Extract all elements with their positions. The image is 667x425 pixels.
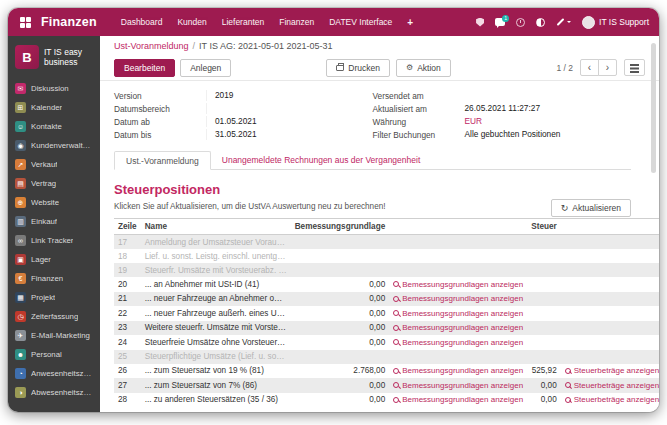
version-field[interactable]: 2019: [206, 90, 373, 101]
contrast-mode-icon[interactable]: [536, 18, 545, 27]
purchase-icon: ▥: [15, 216, 26, 227]
col-header-zeile[interactable]: Zeile: [114, 219, 141, 235]
tab-unangemeldete-rechnungen[interactable]: Unangemeldete Rechnungen aus der Vergang…: [211, 151, 431, 169]
vertical-scrollbar[interactable]: [651, 43, 656, 173]
control-panel: Bearbeiten Anlegen Drucken ⚙Aktion 1 / 2…: [100, 55, 659, 81]
magnifier-icon: [565, 368, 571, 374]
table-row[interactable]: 22... neuer Fahrzeuge außerh. eines Unte…: [114, 306, 659, 321]
refresh-button[interactable]: ↻Aktualisieren: [551, 199, 631, 217]
pager-count: 1 / 2: [556, 63, 573, 73]
table-row[interactable]: 27... zum Steuersatz von 7% (86)0,00Beme…: [114, 378, 659, 393]
show-base-amounts-link[interactable]: Bemessungsgrundlagen anzeigen: [393, 323, 523, 332]
chat-icon: ✉: [15, 83, 26, 94]
top-menu: Dashboard Kunden Lieferanten Finanzen DA…: [121, 17, 413, 28]
table-row[interactable]: 18Lief. u. sonst. Leistg. einschl. unent…: [114, 249, 659, 263]
sidebar-item-email-marketing[interactable]: ✈E-Mail-Marketing: [8, 326, 100, 345]
sidebar-item-zeiterfassung[interactable]: ◷Zeiterfassung: [8, 307, 100, 326]
menu-item-dashboard[interactable]: Dashboard: [121, 17, 163, 27]
project-icon: ▦: [15, 292, 26, 303]
sidebar-item-einkauf[interactable]: ▥Einkauf: [8, 212, 100, 231]
apps-grid-icon[interactable]: [20, 17, 31, 28]
table-row[interactable]: 21... neuer Fahrzeuge an Abnehmer ohne U…: [114, 292, 659, 307]
show-base-amounts-link[interactable]: Bemessungsgrundlagen anzeigen: [393, 395, 523, 404]
current-app-title[interactable]: Finanzen: [41, 15, 97, 29]
action-button[interactable]: ⚙Aktion: [396, 59, 451, 77]
print-button[interactable]: Drucken: [326, 59, 390, 77]
datumsbereich-field[interactable]: [206, 103, 373, 114]
table-row[interactable]: 25Steuerpflichtige Umsätze (Lief. u. son…: [114, 350, 659, 364]
sidebar-item-website[interactable]: ⊕Website: [8, 193, 100, 212]
menu-item-kunden[interactable]: Kunden: [177, 17, 206, 27]
datum-bis-field[interactable]: 31.05.2021: [206, 129, 373, 140]
pager-next-button[interactable]: ›: [598, 59, 617, 76]
show-base-amounts-link[interactable]: Bemessungsgrundlagen anzeigen: [393, 309, 523, 318]
refresh-icon: ↻: [561, 204, 569, 213]
pager-prev-button[interactable]: ‹: [580, 59, 599, 76]
menu-item-datev-interface[interactable]: DATEV Interface: [329, 17, 392, 27]
sidebar-item-kontakte[interactable]: ☺Kontakte: [8, 117, 100, 136]
versendet-am-field[interactable]: [465, 90, 632, 101]
brand[interactable]: B IT IS easy business: [8, 36, 100, 77]
sidebar-item-kalender[interactable]: ⊞Kalender: [8, 98, 100, 117]
sidebar-item-finanzen[interactable]: €Finanzen: [8, 269, 100, 288]
sales-icon: ↗: [15, 159, 26, 170]
edit-button[interactable]: Bearbeiten: [114, 59, 175, 77]
datum-ab-field[interactable]: 01.05.2021: [206, 116, 373, 127]
sidebar-item-anwesenheitszeiten[interactable]: ◔Anwesenheitszeiten: [8, 364, 100, 383]
magnifier-icon: [393, 368, 399, 374]
show-tax-amounts-link[interactable]: Steuerbeträge anzeigen: [565, 381, 659, 390]
magnifier-icon: [393, 397, 399, 403]
show-base-amounts-link[interactable]: Bemessungsgrundlagen anzeigen: [393, 381, 523, 390]
breadcrumb-separator: /: [193, 41, 196, 51]
table-row[interactable]: 17Anmeldung der Umsatzsteuer Vorauszahlu…: [114, 235, 659, 250]
aktualisiert-am-field[interactable]: 26.05.2021 11:27:27: [465, 103, 632, 114]
magnifier-icon: [393, 382, 399, 388]
shield-icon[interactable]: [476, 18, 484, 27]
breadcrumb-parent-link[interactable]: Ust-Voranmeldung: [114, 41, 189, 51]
table-row[interactable]: 26... zum Steuersatz von 19 % (81)2.768,…: [114, 364, 659, 379]
tab-ust-voranmeldung[interactable]: Ust.-Voranmeldung: [114, 151, 211, 170]
edit-tools-dropdown[interactable]: [556, 19, 571, 25]
user-menu[interactable]: IT IS Support: [582, 16, 649, 29]
form-left-group: Version2019 Datumsbereich Datum ab01.05.…: [114, 89, 373, 141]
breadcrumb: Ust-Voranmeldung / IT IS AG: 2021-05-01 …: [100, 36, 659, 55]
sidebar-item-projekt[interactable]: ▦Projekt: [8, 288, 100, 307]
menu-item-add[interactable]: +: [407, 17, 413, 28]
menu-item-lieferanten[interactable]: Lieferanten: [222, 17, 265, 27]
hr-icon: ☻: [15, 349, 26, 360]
field-label: Währung: [373, 117, 465, 127]
systray: 1 IT IS Support: [476, 16, 649, 29]
sidebar-item-abwesenheitszeiten[interactable]: ◑Abwesenheitszeiten: [8, 383, 100, 402]
filter-buchungen-field[interactable]: Alle gebuchten Positionen: [465, 129, 632, 140]
sidebar-item-verkauf[interactable]: ↗Verkauf: [8, 155, 100, 174]
activities-clock-icon[interactable]: [516, 18, 525, 27]
messages-icon[interactable]: 1: [495, 18, 505, 26]
sidebar-item-diskussion[interactable]: ✉Diskussion: [8, 79, 100, 98]
show-base-amounts-link[interactable]: Bemessungsgrundlagen anzeigen: [393, 294, 523, 303]
show-base-amounts-link[interactable]: Bemessungsgrundlagen anzeigen: [393, 366, 523, 375]
col-header-bemessungsgrundlage[interactable]: Bemessungsgrundlage: [291, 219, 390, 235]
table-row[interactable]: 23Weitere steuerfr. Umsätze mit Vorsteue…: [114, 321, 659, 336]
sidebar-item-vertrag[interactable]: ▤Vertrag: [8, 174, 100, 193]
show-tax-amounts-link[interactable]: Steuerbeträge anzeigen: [565, 366, 659, 375]
col-header-name[interactable]: Name: [141, 219, 291, 235]
section-title: Steuerpositionen: [114, 182, 386, 197]
create-button[interactable]: Anlegen: [180, 59, 231, 77]
show-base-amounts-link[interactable]: Bemessungsgrundlagen anzeigen: [393, 280, 523, 289]
field-label: Filter Buchungen: [373, 130, 465, 140]
table-row[interactable]: 20... an Abnehmer mit USt-ID (41)0,00Bem…: [114, 277, 659, 292]
sidebar-item-kundenverwaltung[interactable]: ◉Kundenverwaltung: [8, 136, 100, 155]
table-row[interactable]: 24Steuerfreie Umsätze ohne Vorsteuerabzu…: [114, 335, 659, 350]
waehrung-field-link[interactable]: EUR: [465, 116, 632, 127]
sidebar-item-lager[interactable]: ▣Lager: [8, 250, 100, 269]
contract-icon: ▤: [15, 178, 26, 189]
menu-item-finanzen[interactable]: Finanzen: [279, 17, 314, 27]
table-row[interactable]: 28... zu anderen Steuersätzen (35 / 36)0…: [114, 393, 659, 408]
sidebar-item-link-tracker[interactable]: ∞Link Tracker: [8, 231, 100, 250]
table-row[interactable]: 19Steuerfr. Umsätze mit Vorsteuerabz. In…: [114, 263, 659, 277]
show-tax-amounts-link[interactable]: Steuerbeträge anzeigen: [565, 395, 659, 404]
show-base-amounts-link[interactable]: Bemessungsgrundlagen anzeigen: [393, 338, 523, 347]
view-switch-menu-icon[interactable]: [624, 59, 645, 76]
sidebar-item-personal[interactable]: ☻Personal: [8, 345, 100, 364]
col-header-steuer[interactable]: Steuer: [527, 219, 560, 235]
